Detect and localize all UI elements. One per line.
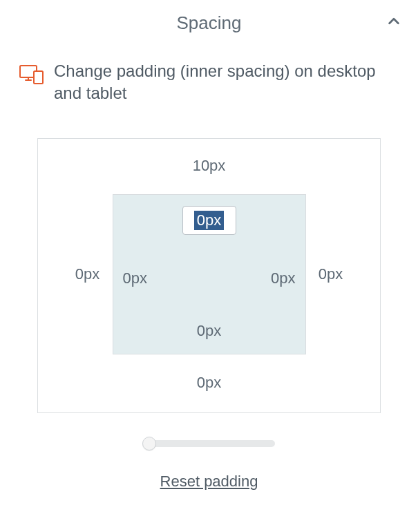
box-model-editor: 10px 0px 0px 0px 0px 0px 0px 0px: [37, 138, 381, 413]
margin-right-value[interactable]: 0px: [306, 265, 356, 283]
spacing-panel: Spacing Change padding (inner spacing) o…: [0, 0, 418, 511]
slider-thumb[interactable]: [142, 437, 156, 450]
reset-row: Reset padding: [17, 473, 401, 491]
padding-middle-row: 0px 0px: [123, 269, 296, 287]
devices-icon: [19, 64, 44, 88]
padding-left-value[interactable]: 0px: [123, 269, 147, 287]
slider-track: [144, 440, 275, 447]
chevron-up-icon[interactable]: [386, 14, 401, 32]
padding-right-value[interactable]: 0px: [271, 269, 295, 287]
panel-header[interactable]: Spacing: [17, 12, 401, 34]
description-row: Change padding (inner spacing) on deskto…: [17, 60, 401, 105]
box-model-middle: 0px 0px 0px 0px 0px 0px: [48, 194, 370, 354]
padding-slider[interactable]: [144, 438, 275, 449]
panel-title: Spacing: [177, 12, 242, 34]
svg-rect-3: [34, 71, 43, 84]
margin-left-value[interactable]: 0px: [63, 265, 113, 283]
padding-top-input[interactable]: 0px: [182, 206, 236, 235]
margin-top-value[interactable]: 10px: [48, 157, 370, 175]
padding-box: 0px 0px 0px 0px: [113, 194, 306, 354]
padding-bottom-value[interactable]: 0px: [197, 322, 221, 340]
description-text: Change padding (inner spacing) on deskto…: [54, 60, 399, 105]
slider-row: [17, 438, 401, 449]
margin-bottom-value[interactable]: 0px: [48, 374, 370, 392]
reset-padding-link[interactable]: Reset padding: [160, 473, 258, 490]
padding-top-value[interactable]: 0px: [194, 211, 224, 230]
